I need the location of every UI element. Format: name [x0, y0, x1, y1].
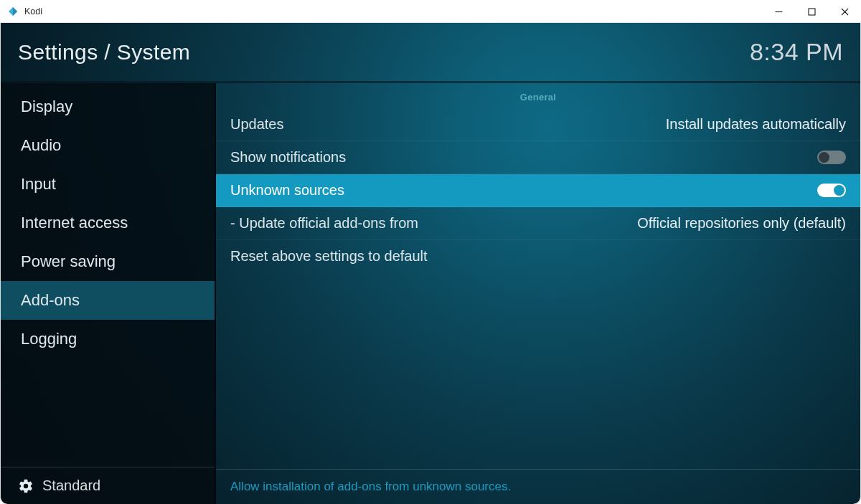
close-button[interactable] — [828, 0, 861, 23]
sidebar-item-label: Display — [21, 98, 72, 115]
sidebar-item-display[interactable]: Display — [1, 87, 215, 126]
titlebar: Kodi — [0, 0, 861, 23]
settings-level-label: Standard — [42, 477, 100, 494]
settings-list: Updates Install updates automatically Sh… — [216, 108, 860, 272]
setting-show-notifications[interactable]: Show notifications — [216, 141, 860, 174]
gear-icon — [18, 478, 34, 494]
sidebar-item-label: Add-ons — [21, 291, 80, 309]
sidebar-item-add-ons[interactable]: Add-ons — [1, 281, 215, 320]
sidebar-item-logging[interactable]: Logging — [1, 320, 215, 358]
window-title: Kodi — [24, 6, 42, 16]
setting-label: Reset above settings to default — [230, 248, 428, 265]
toggle-unknown-sources[interactable] — [817, 184, 846, 197]
setting-value: Official repositories only (default) — [637, 215, 846, 232]
kodi-app-icon — [7, 6, 19, 17]
breadcrumb[interactable]: Settings / System — [18, 40, 190, 65]
group-header-general: General — [216, 83, 860, 108]
setting-reset-defaults[interactable]: Reset above settings to default — [216, 240, 860, 272]
minimize-button[interactable] — [762, 0, 795, 23]
app-body: Settings / System 8:34 PM Display Audio … — [1, 23, 860, 504]
setting-label: - Update official add-ons from — [230, 215, 418, 232]
sidebar-item-power-saving[interactable]: Power saving — [1, 242, 215, 281]
setting-label: Updates — [230, 116, 284, 133]
sidebar-item-label: Audio — [21, 136, 61, 154]
setting-update-official-addons[interactable]: - Update official add-ons from Official … — [216, 207, 860, 240]
sidebar-item-internet-access[interactable]: Internet access — [1, 204, 215, 242]
toggle-knob — [834, 185, 844, 196]
window-controls — [762, 0, 861, 23]
settings-level-button[interactable]: Standard — [1, 467, 215, 504]
sidebar-list: Display Audio Input Internet access Powe… — [1, 83, 215, 358]
setting-label: Show notifications — [230, 149, 346, 166]
sidebar-item-label: Internet access — [21, 214, 128, 232]
clock: 8:34 PM — [750, 38, 843, 66]
svg-rect-0 — [809, 9, 815, 15]
main-panel: General Updates Install updates automati… — [216, 83, 860, 504]
setting-unknown-sources[interactable]: Unknown sources — [216, 174, 860, 207]
maximize-button[interactable] — [795, 0, 828, 23]
setting-updates[interactable]: Updates Install updates automatically — [216, 108, 860, 141]
sidebar-item-label: Input — [21, 175, 56, 193]
sidebar-item-label: Power saving — [21, 252, 116, 270]
setting-label: Unknown sources — [230, 182, 344, 199]
toggle-show-notifications[interactable] — [817, 151, 846, 164]
sidebar-item-label: Logging — [21, 330, 77, 348]
sidebar: Display Audio Input Internet access Powe… — [1, 83, 216, 504]
app-header: Settings / System 8:34 PM — [1, 23, 860, 83]
setting-value: Install updates automatically — [666, 116, 846, 133]
sidebar-item-input[interactable]: Input — [1, 165, 215, 204]
setting-description: Allow installation of add-ons from unkno… — [216, 469, 860, 504]
sidebar-item-audio[interactable]: Audio — [1, 126, 215, 165]
content: Display Audio Input Internet access Powe… — [1, 83, 860, 504]
toggle-knob — [819, 152, 829, 163]
